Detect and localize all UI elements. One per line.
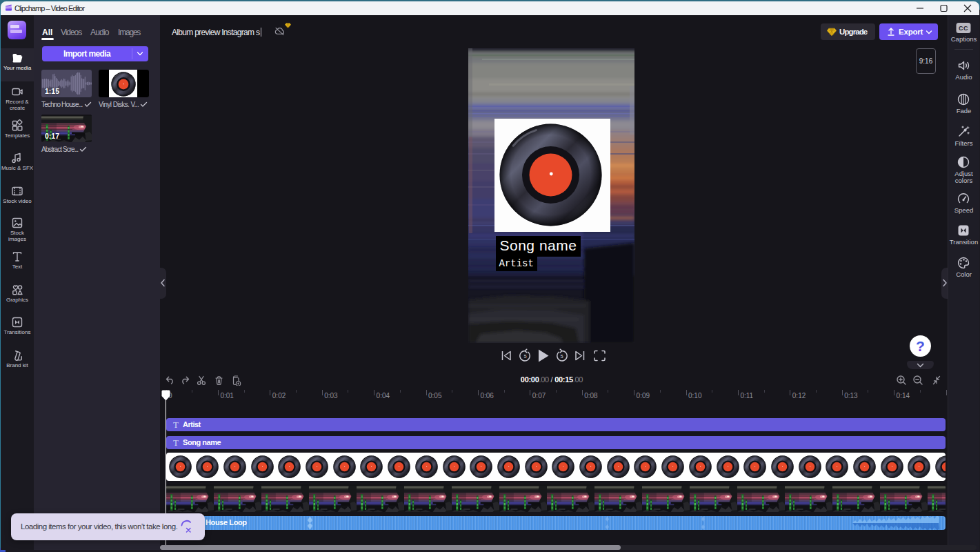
svg-text:CC: CC: [959, 25, 968, 32]
svg-text:5: 5: [523, 353, 526, 359]
svg-text:5: 5: [560, 353, 563, 359]
svg-text:?: ?: [916, 338, 925, 354]
